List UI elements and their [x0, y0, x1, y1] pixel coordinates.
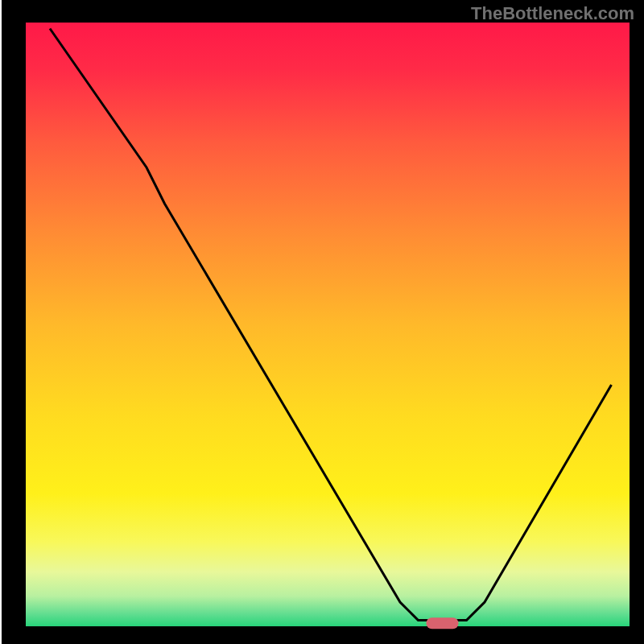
optimal-marker	[427, 617, 459, 629]
bottleneck-chart	[0, 0, 644, 644]
chart-svg	[0, 0, 644, 644]
gradient-background	[26, 23, 630, 626]
watermark-text: TheBottleneck.com	[471, 3, 634, 24]
